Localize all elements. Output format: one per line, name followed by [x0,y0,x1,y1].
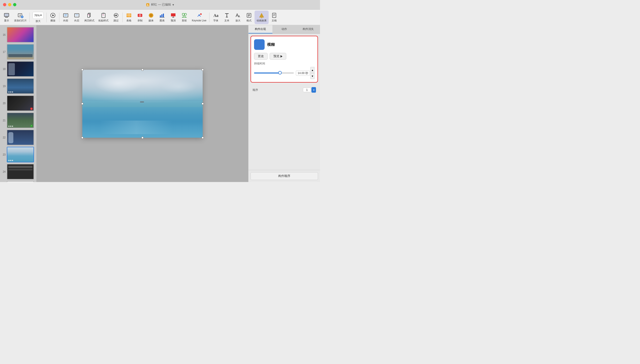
tab-appear[interactable]: 构件出现 [248,25,272,33]
animation-button[interactable]: 动画效果 [255,11,269,24]
effect-name: 模糊 [267,42,275,47]
present-label: 预演 [171,19,176,22]
change-button[interactable]: 更改 [254,53,268,60]
display-label: 显示 [4,19,9,22]
slide-item[interactable]: 18 [0,60,36,78]
svg-rect-1 [147,5,149,6]
document-button[interactable]: 文稿 [269,11,280,24]
forward-button[interactable]: 向前 [60,11,71,24]
svg-rect-15 [76,15,78,15]
maximize-button[interactable] [13,3,16,6]
handle-bm[interactable] [141,137,144,139]
handle-tl[interactable] [81,69,83,71]
paste-style-button[interactable]: 粘贴样式 [96,11,111,24]
slide-item[interactable]: 21 ✓ [0,112,36,129]
svg-point-41 [200,13,202,15]
slide-thumbnail[interactable] [7,164,34,179]
text-button[interactable]: 文本 [221,11,232,24]
record-button[interactable]: 录制 [134,11,146,24]
slide-thumbnail[interactable] [7,27,34,43]
slide-item[interactable]: 17 [0,43,36,60]
slide-canvas[interactable] [82,70,203,138]
slide-thumbnail[interactable] [7,130,34,145]
play-label: 播放 [50,19,55,22]
magnify-button[interactable]: A A 放大 [232,11,243,24]
slide-item[interactable]: 23 [0,146,36,163]
effect-buttons: 更改 预览 [254,53,314,60]
svg-rect-38 [182,13,184,15]
order-dropdown[interactable]: ▾ [311,87,316,93]
handle-tr[interactable] [202,69,204,71]
tab-disappear[interactable]: 构件消失 [296,25,320,33]
dot [8,126,10,127]
duration-slider[interactable] [254,72,294,74]
document-label: 文稿 [272,19,277,22]
svg-rect-4 [5,14,9,16]
close-button[interactable] [3,3,6,6]
skip-button[interactable]: 跳过 [111,11,122,24]
svg-point-18 [115,15,117,16]
handle-mr[interactable] [202,103,204,105]
slide-panel: 16 17 18 19 [0,25,37,182]
handle-bl[interactable] [81,137,83,139]
slide-item[interactable]: 16 [0,26,36,43]
duration-stepper[interactable]: ▲ ▼ [310,67,314,79]
dropdown-icon[interactable]: ▾ [172,3,174,7]
slide-thumbnail[interactable]: ✓ [7,113,34,128]
tab-action[interactable]: 动作 [272,25,296,33]
handle-br[interactable] [202,137,204,139]
slide-item[interactable]: 20 × [0,95,36,112]
table-button[interactable]: 表格 [123,11,134,24]
slide-thumbnail[interactable]: × [7,95,34,111]
slide-item[interactable]: 24 [0,163,36,180]
play-button[interactable]: 播放 [47,11,58,24]
stepper-up[interactable]: ▲ [310,67,314,73]
zoom-dropdown[interactable]: 76% ▾ [32,12,44,19]
slide-thumbnail[interactable] [7,181,34,182]
order-label: 顺序 [253,88,303,92]
record-icon [137,12,143,18]
paste-style-label: 粘贴样式 [98,19,109,22]
format-button[interactable]: 格式 [243,11,255,24]
zoom-value: 76% [34,14,40,17]
svg-point-19 [114,15,115,16]
svg-rect-34 [163,14,164,17]
stepper-down[interactable]: ▼ [310,73,314,79]
skip-label: 跳过 [114,19,119,22]
slide-thumbnail[interactable] [7,78,34,94]
keynote-live-button[interactable]: Keynote Live [190,11,208,24]
font-button[interactable]: Aa 字体 [210,11,221,24]
backward-button[interactable]: 向后 [71,11,82,24]
preview-button[interactable]: 预览 [270,53,286,60]
chart-button[interactable]: 图表 [157,11,168,24]
sep-4 [122,13,123,22]
slide-number: 22 [2,136,6,139]
slide-item[interactable]: 25 [0,180,36,182]
handle-tm[interactable] [141,69,144,71]
effect-card: 模糊 更改 预览 持续时间 [251,36,318,83]
slider-thumb[interactable] [278,71,282,75]
add-slide-button[interactable]: 添加幻灯片 [12,11,29,24]
svg-rect-33 [161,14,162,17]
font-icon: Aa [213,12,219,18]
present-button[interactable]: 预演 [168,11,179,24]
media-button[interactable]: 媒体 [146,11,157,24]
slide-item[interactable]: 19 [0,78,36,95]
slide-thumbnail-active[interactable] [7,147,34,162]
handle-ml[interactable] [81,103,83,105]
slide-ocean-bg [82,70,203,138]
slide-item[interactable]: 22 [0,129,36,146]
slide-thumbnail[interactable] [7,44,34,60]
slide-number: 18 [2,68,6,70]
zoom-control[interactable]: 76% ▾ 放大 [30,11,46,24]
slide-thumb-inner [7,79,33,93]
sep-5 [209,13,209,22]
minimize-button[interactable] [8,3,11,6]
copy-style-button[interactable]: 拷贝样式 [82,11,96,24]
shape-button[interactable]: 形状 [179,11,190,24]
slide-thumbnail[interactable] [7,61,34,77]
dot [10,126,11,127]
order-sequence-button[interactable]: 构件顺序 [251,172,318,180]
svg-marker-49 [259,13,264,17]
display-button[interactable]: 显示 [1,11,12,24]
